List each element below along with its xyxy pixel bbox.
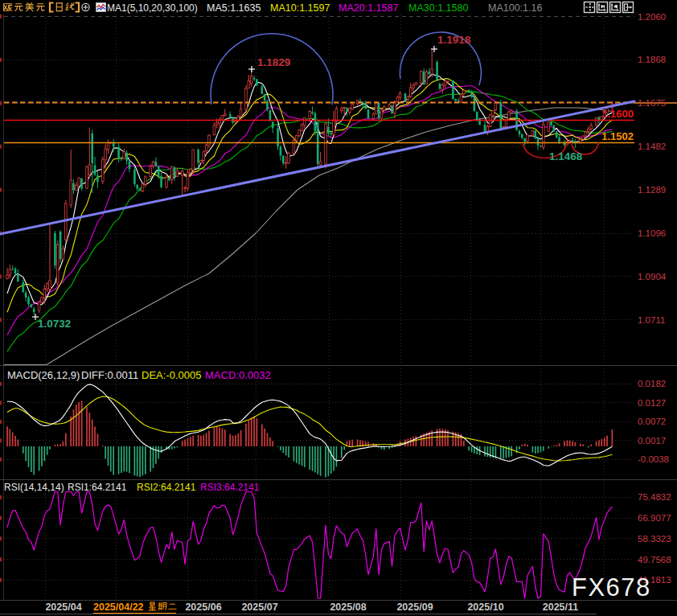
svg-text:MA5:1.1635: MA5:1.1635	[207, 2, 261, 14]
svg-text:1.1502: 1.1502	[601, 130, 634, 142]
svg-text:RSI3:64.2141: RSI3:64.2141	[200, 482, 260, 493]
svg-text:1.0732: 1.0732	[38, 318, 71, 330]
svg-text:1.1675: 1.1675	[638, 98, 666, 108]
svg-text:1.1468: 1.1468	[549, 150, 583, 162]
svg-text:MACD:0.0032: MACD:0.0032	[205, 369, 271, 381]
svg-text:75.4832: 75.4832	[638, 492, 671, 502]
svg-text:MA100:1.16: MA100:1.16	[488, 2, 542, 14]
svg-text:FX678: FX678	[572, 573, 651, 602]
svg-text:2025/04: 2025/04	[45, 602, 81, 613]
svg-text:RSI(14,14,14): RSI(14,14,14)	[4, 482, 64, 493]
svg-text:MA20:1.1587: MA20:1.1587	[338, 2, 398, 14]
svg-text:1.1482: 1.1482	[638, 142, 666, 151]
svg-text:1.1918: 1.1918	[437, 34, 471, 46]
svg-text:MA1(5,10,20,30,100): MA1(5,10,20,30,100)	[107, 2, 198, 14]
svg-text:0.0127: 0.0127	[638, 398, 666, 408]
svg-text:66.9077: 66.9077	[638, 513, 671, 523]
svg-text:0.0017: 0.0017	[638, 436, 666, 446]
svg-text:1.1829: 1.1829	[257, 56, 290, 68]
svg-text:1.1868: 1.1868	[638, 55, 666, 64]
svg-text:49.7568: 49.7568	[638, 555, 671, 565]
svg-text:0.0182: 0.0182	[638, 379, 666, 388]
svg-text:2025/04/22: 2025/04/22	[93, 602, 144, 613]
svg-text:-0.0038: -0.0038	[638, 454, 669, 464]
svg-text:RSI2:64.2141: RSI2:64.2141	[137, 482, 196, 493]
svg-text:2025/06: 2025/06	[185, 602, 221, 613]
svg-text:1.1289: 1.1289	[638, 185, 666, 195]
svg-text:1.2060: 1.2060	[638, 12, 666, 22]
svg-text:1.0904: 1.0904	[638, 272, 667, 281]
svg-text:2025/10: 2025/10	[467, 602, 503, 613]
svg-text:2025/11: 2025/11	[543, 602, 579, 613]
svg-text:MA30:1.1580: MA30:1.1580	[408, 2, 468, 14]
svg-text:MA10:1.1597: MA10:1.1597	[270, 2, 330, 14]
svg-text:RSI1:64.2141: RSI1:64.2141	[68, 482, 127, 493]
svg-text:0.0072: 0.0072	[638, 417, 666, 426]
svg-text:2025/07: 2025/07	[241, 602, 277, 613]
svg-text:1.1096: 1.1096	[638, 228, 666, 238]
svg-text:DEA:-0.0005: DEA:-0.0005	[142, 369, 201, 381]
svg-text:2025/09: 2025/09	[396, 602, 433, 613]
svg-text:58.3323: 58.3323	[638, 534, 671, 544]
svg-text:2025/08: 2025/08	[330, 602, 366, 613]
svg-text:1.0711: 1.0711	[638, 315, 665, 325]
svg-text:MACD(26,12,9): MACD(26,12,9)	[7, 369, 80, 381]
svg-text:DIFF:0.0011: DIFF:0.0011	[81, 369, 138, 381]
